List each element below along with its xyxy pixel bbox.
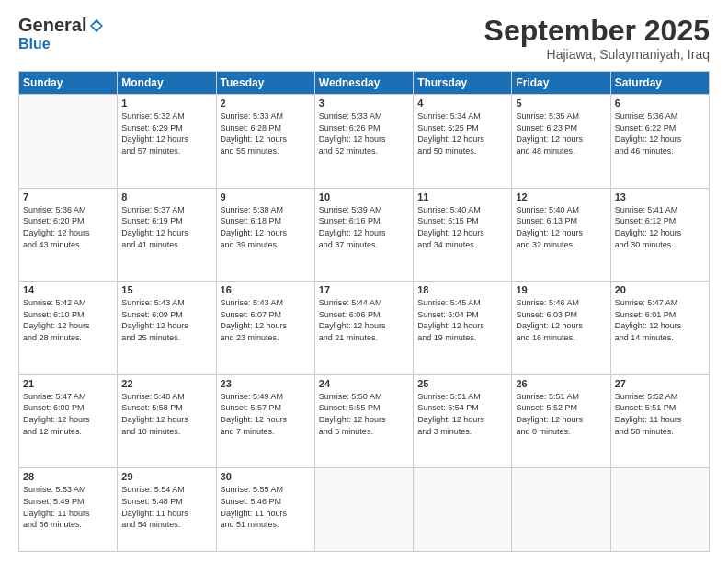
day-number: 4 (417, 98, 507, 109)
cell-info: Sunrise: 5:43 AM Sunset: 6:09 PM Dayligh… (121, 297, 211, 343)
calendar-cell: 20Sunrise: 5:47 AM Sunset: 6:01 PM Dayli… (610, 282, 709, 375)
week-row-5: 28Sunrise: 5:53 AM Sunset: 5:49 PM Dayli… (19, 468, 710, 552)
calendar-cell (512, 468, 610, 552)
cell-info: Sunrise: 5:47 AM Sunset: 6:01 PM Dayligh… (615, 297, 705, 343)
cell-info: Sunrise: 5:42 AM Sunset: 6:10 PM Dayligh… (23, 297, 113, 343)
week-row-3: 14Sunrise: 5:42 AM Sunset: 6:10 PM Dayli… (19, 282, 710, 375)
weekday-header-thursday: Thursday (414, 72, 512, 95)
cell-info: Sunrise: 5:40 AM Sunset: 6:15 PM Dayligh… (417, 204, 507, 250)
calendar-cell: 11Sunrise: 5:40 AM Sunset: 6:15 PM Dayli… (414, 188, 512, 282)
day-number: 29 (121, 471, 211, 482)
day-number: 16 (221, 284, 311, 295)
calendar-cell: 14Sunrise: 5:42 AM Sunset: 6:10 PM Dayli… (19, 282, 118, 375)
logo-blue-text: Blue (18, 36, 51, 52)
day-number: 18 (417, 284, 507, 295)
day-number: 14 (23, 284, 113, 295)
week-row-4: 21Sunrise: 5:47 AM Sunset: 6:00 PM Dayli… (19, 374, 710, 468)
cell-info: Sunrise: 5:33 AM Sunset: 6:26 PM Dayligh… (319, 110, 409, 156)
day-number: 25 (417, 378, 507, 389)
calendar-cell (19, 95, 118, 189)
calendar-cell: 9Sunrise: 5:38 AM Sunset: 6:18 PM Daylig… (216, 188, 314, 282)
calendar-cell: 24Sunrise: 5:50 AM Sunset: 5:55 PM Dayli… (314, 374, 413, 468)
calendar-cell: 28Sunrise: 5:53 AM Sunset: 5:49 PM Dayli… (19, 468, 118, 552)
calendar-cell: 30Sunrise: 5:55 AM Sunset: 5:46 PM Dayli… (216, 468, 314, 552)
cell-info: Sunrise: 5:39 AM Sunset: 6:16 PM Dayligh… (319, 204, 409, 250)
calendar-cell: 2Sunrise: 5:33 AM Sunset: 6:28 PM Daylig… (216, 95, 314, 189)
cell-info: Sunrise: 5:38 AM Sunset: 6:18 PM Dayligh… (221, 204, 311, 250)
cell-info: Sunrise: 5:46 AM Sunset: 6:03 PM Dayligh… (516, 297, 606, 343)
day-number: 20 (615, 284, 705, 295)
cell-info: Sunrise: 5:43 AM Sunset: 6:07 PM Dayligh… (221, 297, 311, 343)
cell-info: Sunrise: 5:47 AM Sunset: 6:00 PM Dayligh… (23, 391, 113, 437)
calendar-cell: 22Sunrise: 5:48 AM Sunset: 5:58 PM Dayli… (118, 374, 216, 468)
day-number: 8 (121, 191, 211, 202)
calendar-cell: 19Sunrise: 5:46 AM Sunset: 6:03 PM Dayli… (512, 282, 610, 375)
logo-general-text: General (18, 15, 86, 36)
calendar-cell (314, 468, 413, 552)
cell-info: Sunrise: 5:49 AM Sunset: 5:57 PM Dayligh… (221, 391, 311, 437)
calendar-cell: 23Sunrise: 5:49 AM Sunset: 5:57 PM Dayli… (216, 374, 314, 468)
title-block: September 2025 Hajiawa, Sulaymaniyah, Ir… (484, 15, 710, 62)
calendar-cell: 25Sunrise: 5:51 AM Sunset: 5:54 PM Dayli… (414, 374, 512, 468)
day-number: 6 (615, 98, 705, 109)
day-number: 10 (319, 191, 409, 202)
calendar-cell (610, 468, 709, 552)
cell-info: Sunrise: 5:37 AM Sunset: 6:19 PM Dayligh… (121, 204, 211, 250)
day-number: 5 (516, 98, 606, 109)
cell-info: Sunrise: 5:36 AM Sunset: 6:20 PM Dayligh… (23, 204, 113, 250)
day-number: 1 (121, 98, 211, 109)
cell-info: Sunrise: 5:44 AM Sunset: 6:06 PM Dayligh… (319, 297, 409, 343)
cell-info: Sunrise: 5:34 AM Sunset: 6:25 PM Dayligh… (417, 110, 507, 156)
calendar-cell: 1Sunrise: 5:32 AM Sunset: 6:29 PM Daylig… (118, 95, 216, 189)
cell-info: Sunrise: 5:51 AM Sunset: 5:52 PM Dayligh… (516, 391, 606, 437)
logo-icon (88, 17, 105, 34)
header: General Blue September 2025 Hajiawa, Sul… (18, 15, 710, 62)
cell-info: Sunrise: 5:50 AM Sunset: 5:55 PM Dayligh… (319, 391, 409, 437)
calendar-cell: 15Sunrise: 5:43 AM Sunset: 6:09 PM Dayli… (118, 282, 216, 375)
day-number: 12 (516, 191, 606, 202)
cell-info: Sunrise: 5:33 AM Sunset: 6:28 PM Dayligh… (221, 110, 311, 156)
calendar-cell: 5Sunrise: 5:35 AM Sunset: 6:23 PM Daylig… (512, 95, 610, 189)
calendar-cell: 6Sunrise: 5:36 AM Sunset: 6:22 PM Daylig… (610, 95, 709, 189)
calendar-page: General Blue September 2025 Hajiawa, Sul… (0, 0, 728, 563)
weekday-header-wednesday: Wednesday (314, 72, 413, 95)
day-number: 26 (516, 378, 606, 389)
weekday-header-friday: Friday (512, 72, 610, 95)
calendar-cell: 10Sunrise: 5:39 AM Sunset: 6:16 PM Dayli… (314, 188, 413, 282)
cell-info: Sunrise: 5:53 AM Sunset: 5:49 PM Dayligh… (23, 484, 113, 530)
calendar-table: SundayMondayTuesdayWednesdayThursdayFrid… (18, 71, 710, 552)
location: Hajiawa, Sulaymaniyah, Iraq (484, 47, 710, 62)
day-number: 22 (121, 378, 211, 389)
day-number: 15 (121, 284, 211, 295)
cell-info: Sunrise: 5:35 AM Sunset: 6:23 PM Dayligh… (516, 110, 606, 156)
calendar-cell: 4Sunrise: 5:34 AM Sunset: 6:25 PM Daylig… (414, 95, 512, 189)
calendar-cell: 21Sunrise: 5:47 AM Sunset: 6:00 PM Dayli… (19, 374, 118, 468)
cell-info: Sunrise: 5:40 AM Sunset: 6:13 PM Dayligh… (516, 204, 606, 250)
day-number: 19 (516, 284, 606, 295)
calendar-cell: 13Sunrise: 5:41 AM Sunset: 6:12 PM Dayli… (610, 188, 709, 282)
cell-info: Sunrise: 5:51 AM Sunset: 5:54 PM Dayligh… (417, 391, 507, 437)
cell-info: Sunrise: 5:54 AM Sunset: 5:48 PM Dayligh… (121, 484, 211, 530)
cell-info: Sunrise: 5:41 AM Sunset: 6:12 PM Dayligh… (615, 204, 705, 250)
cell-info: Sunrise: 5:32 AM Sunset: 6:29 PM Dayligh… (121, 110, 211, 156)
day-number: 21 (23, 378, 113, 389)
day-number: 27 (615, 378, 705, 389)
calendar-cell: 29Sunrise: 5:54 AM Sunset: 5:48 PM Dayli… (118, 468, 216, 552)
calendar-cell: 7Sunrise: 5:36 AM Sunset: 6:20 PM Daylig… (19, 188, 118, 282)
calendar-cell: 27Sunrise: 5:52 AM Sunset: 5:51 PM Dayli… (610, 374, 709, 468)
day-number: 9 (221, 191, 311, 202)
day-number: 23 (221, 378, 311, 389)
cell-info: Sunrise: 5:45 AM Sunset: 6:04 PM Dayligh… (417, 297, 507, 343)
day-number: 13 (615, 191, 705, 202)
weekday-header-monday: Monday (118, 72, 216, 95)
day-number: 3 (319, 98, 409, 109)
calendar-cell: 12Sunrise: 5:40 AM Sunset: 6:13 PM Dayli… (512, 188, 610, 282)
calendar-cell: 3Sunrise: 5:33 AM Sunset: 6:26 PM Daylig… (314, 95, 413, 189)
cell-info: Sunrise: 5:55 AM Sunset: 5:46 PM Dayligh… (221, 484, 311, 530)
weekday-header-sunday: Sunday (19, 72, 118, 95)
day-number: 7 (23, 191, 113, 202)
day-number: 30 (221, 471, 311, 482)
month-title: September 2025 (484, 15, 710, 47)
day-number: 28 (23, 471, 113, 482)
cell-info: Sunrise: 5:48 AM Sunset: 5:58 PM Dayligh… (121, 391, 211, 437)
